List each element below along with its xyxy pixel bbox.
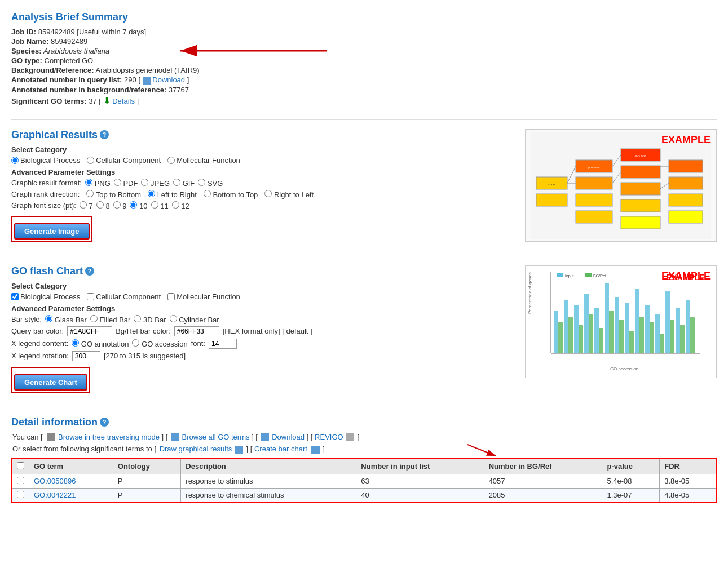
analysis-summary: Analysis Brief Summary Job ID: 859492489…	[11, 11, 717, 106]
svg-rect-38	[584, 294, 589, 353]
svg-rect-4	[536, 194, 567, 206]
flash-cat-bio[interactable]: Biological Process	[11, 292, 80, 301]
bar-cylinder[interactable]: Cylinder Bar	[170, 315, 219, 324]
category-cell-component[interactable]: Cellular Component	[87, 156, 161, 165]
row-go-term-1: GO:0042221	[29, 488, 113, 503]
download-icon-small	[143, 77, 151, 85]
download-link-2[interactable]: Download	[272, 433, 305, 441]
bar-glass[interactable]: Glass Bar	[45, 315, 87, 324]
download-link[interactable]: Download	[152, 76, 185, 84]
font-7[interactable]: 7	[80, 201, 93, 210]
bar-filled[interactable]: Filled Bar	[90, 315, 131, 324]
flash-cat-cell[interactable]: Cellular Component	[87, 292, 161, 301]
svg-rect-51	[650, 322, 654, 353]
draw-graphical-link[interactable]: Draw graphical results	[160, 445, 232, 453]
font-size-input[interactable]	[209, 339, 237, 349]
format-pdf[interactable]: PDF	[114, 179, 138, 188]
category-mol-function[interactable]: Mollecular Function	[167, 156, 240, 165]
svg-rect-60	[557, 273, 563, 277]
go-flash-help[interactable]: ?	[85, 267, 94, 276]
svg-rect-50	[645, 305, 650, 353]
revigo-link[interactable]: REVIGO	[315, 433, 343, 441]
color-row: Query bar color: Bg/Ref bar color: [HEX …	[11, 326, 514, 336]
format-gif[interactable]: GIF	[173, 179, 195, 188]
row-pvalue-0: 5.4e-08	[602, 474, 660, 488]
svg-text:Input: Input	[565, 274, 574, 278]
svg-rect-12	[621, 199, 660, 212]
svg-rect-35	[568, 317, 573, 353]
generate-chart-button[interactable]: Generate Chart	[14, 374, 87, 391]
bar-3d[interactable]: 3D Bar	[134, 315, 166, 324]
create-bar-link[interactable]: Create bar chart	[254, 445, 307, 453]
graphical-example-label: EXAMPLE	[661, 134, 711, 146]
flash-bio-checkbox[interactable]	[11, 293, 19, 300]
generate-image-button[interactable]: Generate Image	[14, 223, 90, 240]
font-12[interactable]: 12	[172, 201, 189, 210]
svg-rect-54	[665, 291, 670, 353]
row-description-1: response to chemical stimulus	[181, 488, 356, 503]
svg-line-66	[467, 445, 496, 456]
flash-cat-mol[interactable]: Mollecular Function	[167, 292, 240, 301]
svg-rect-40	[594, 308, 599, 353]
x-rotation-label: X legend rotation:	[11, 352, 69, 360]
format-svg[interactable]: SVG	[198, 179, 223, 188]
row-num-input-0: 63	[356, 474, 484, 488]
rotation-note: [270 to 315 is suggested]	[104, 352, 186, 360]
detail-info-title: Detail information	[11, 416, 98, 428]
font-10[interactable]: 10	[130, 201, 147, 210]
hex-note: [HEX format only] [ default ]	[223, 327, 312, 335]
category-cell-radio[interactable]	[87, 157, 94, 164]
format-png[interactable]: PNG	[85, 179, 111, 188]
svg-rect-16	[669, 194, 703, 206]
dir-bottom-top[interactable]: Bottom to Top	[204, 190, 258, 199]
svg-rect-55	[670, 320, 674, 353]
svg-rect-44	[615, 297, 619, 353]
direction-row: Graph rank direction: Top to Bottom Left…	[11, 190, 514, 199]
font-11[interactable]: 11	[151, 201, 169, 210]
svg-text:GO:001: GO:001	[634, 154, 647, 158]
svg-rect-41	[599, 328, 603, 353]
generate-image-btn-box: Generate Image	[11, 216, 92, 242]
detail-info-help[interactable]: ?	[100, 418, 109, 427]
font-8[interactable]: 8	[96, 201, 110, 210]
flash-mol-checkbox[interactable]	[167, 293, 175, 300]
row-checkbox-0[interactable]	[12, 474, 29, 488]
graphical-example-box: EXAMPLE	[525, 129, 717, 242]
category-mol-radio[interactable]	[167, 157, 175, 164]
row-num-input-1: 40	[356, 488, 484, 503]
query-color-input[interactable]	[67, 326, 112, 336]
rotation-input[interactable]	[72, 351, 100, 361]
font-size-row: Graph font size (pt): 7 8 9 10 11 12	[11, 201, 514, 210]
svg-rect-62	[585, 273, 592, 277]
browse-tree-link[interactable]: Browse in tree traversing mode	[58, 433, 160, 441]
row-checkbox-1[interactable]	[12, 488, 29, 503]
format-jpeg[interactable]: JPEG	[141, 179, 170, 188]
row-num-bg-1: 2085	[484, 488, 602, 503]
dir-right-left[interactable]: Right to Left	[264, 190, 314, 199]
x-legend-accession[interactable]: GO accession	[132, 339, 187, 348]
th-fdr: FDR	[660, 459, 716, 474]
bg-color-input[interactable]	[174, 326, 219, 336]
table-header-row: GO term Ontology Description Number in i…	[12, 459, 716, 474]
svg-rect-57	[680, 325, 685, 353]
svg-rect-32	[554, 311, 558, 353]
flash-cell-checkbox[interactable]	[87, 293, 94, 300]
dir-left-right[interactable]: Left to Right	[148, 190, 197, 199]
select-all-checkbox[interactable]	[17, 462, 24, 469]
browse-all-link[interactable]: Browse all GO terms	[182, 433, 250, 441]
dir-top-bottom[interactable]: Top to Bottom	[86, 190, 141, 199]
download-icon-2	[261, 433, 269, 441]
category-bio-process[interactable]: Biological Process	[11, 156, 80, 165]
th-ontology: Ontology	[113, 459, 180, 474]
font-9[interactable]: 9	[113, 201, 127, 210]
svg-rect-6	[576, 177, 612, 189]
x-legend-annotation[interactable]: GO annotation	[72, 339, 129, 348]
summary-title: Analysis Brief Summary	[11, 11, 717, 23]
graphical-results-help[interactable]: ?	[100, 130, 109, 139]
details-link[interactable]: Details	[112, 97, 135, 105]
svg-text:process: process	[588, 166, 599, 169]
svg-text:BG/Ref: BG/Ref	[593, 274, 606, 278]
svg-rect-13	[621, 216, 660, 229]
category-bio-radio[interactable]	[11, 157, 19, 164]
bg-color-label: Bg/Ref bar color:	[116, 327, 171, 335]
